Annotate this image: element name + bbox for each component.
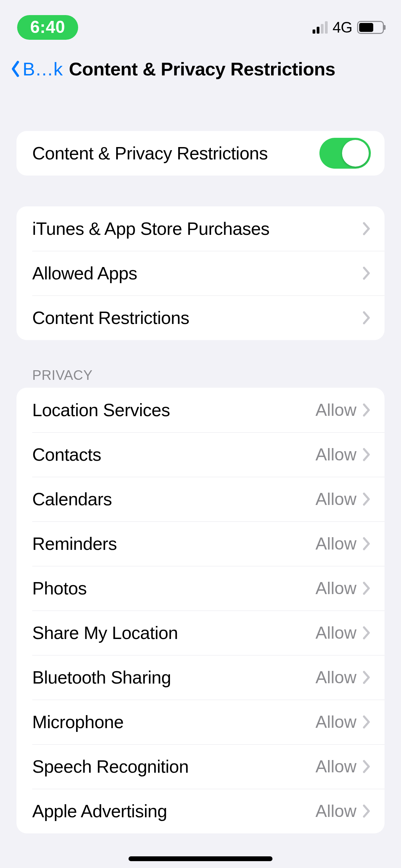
toggle-label: Content & Privacy Restrictions <box>32 143 319 164</box>
row-label: iTunes & App Store Purchases <box>32 218 363 239</box>
location-services-row[interactable]: Location Services Allow <box>16 388 385 432</box>
row-value: Allow <box>316 578 356 598</box>
photos-row[interactable]: Photos Allow <box>16 566 385 611</box>
chevron-right-icon <box>363 403 371 417</box>
content-privacy-toggle-row[interactable]: Content & Privacy Restrictions <box>16 131 385 176</box>
chevron-right-icon <box>363 581 371 595</box>
status-bar: 6:40 4G <box>0 0 401 45</box>
reminders-row[interactable]: Reminders Allow <box>16 521 385 566</box>
home-indicator <box>129 856 272 861</box>
row-value: Allow <box>316 757 356 776</box>
privacy-section-header: PRIVACY <box>32 367 401 383</box>
row-value: Allow <box>316 445 356 465</box>
row-value: Allow <box>316 801 356 821</box>
row-label: Photos <box>32 578 316 599</box>
chevron-right-icon <box>363 626 371 640</box>
restrictions-group: iTunes & App Store Purchases Allowed App… <box>16 206 385 340</box>
row-label: Contacts <box>32 444 316 465</box>
share-my-location-row[interactable]: Share My Location Allow <box>16 611 385 655</box>
back-label: B…k <box>23 58 63 80</box>
row-label: Content Restrictions <box>32 308 363 328</box>
battery-icon <box>357 21 384 34</box>
apple-advertising-row[interactable]: Apple Advertising Allow <box>16 789 385 833</box>
row-value: Allow <box>316 489 356 509</box>
toggle-group: Content & Privacy Restrictions <box>16 131 385 176</box>
row-value: Allow <box>316 667 356 687</box>
chevron-right-icon <box>363 222 371 236</box>
content-restrictions-row[interactable]: Content Restrictions <box>16 296 385 340</box>
row-label: Share My Location <box>32 623 316 643</box>
itunes-appstore-row[interactable]: iTunes & App Store Purchases <box>16 206 385 251</box>
chevron-right-icon <box>363 760 371 773</box>
content-privacy-switch[interactable] <box>319 138 371 169</box>
row-value: Allow <box>316 712 356 732</box>
network-type-label: 4G <box>332 19 352 36</box>
privacy-group: Location Services Allow Contacts Allow C… <box>16 388 385 833</box>
row-label: Location Services <box>32 400 316 420</box>
bluetooth-sharing-row[interactable]: Bluetooth Sharing Allow <box>16 655 385 700</box>
row-label: Microphone <box>32 712 316 732</box>
row-value: Allow <box>316 534 356 554</box>
status-right: 4G <box>313 19 384 36</box>
chevron-right-icon <box>363 715 371 729</box>
row-value: Allow <box>316 400 356 420</box>
row-label: Apple Advertising <box>32 801 316 821</box>
row-label: Speech Recognition <box>32 756 316 777</box>
chevron-left-icon <box>10 60 21 78</box>
chevron-right-icon <box>363 448 371 461</box>
chevron-right-icon <box>363 492 371 506</box>
row-value: Allow <box>316 623 356 643</box>
microphone-row[interactable]: Microphone Allow <box>16 700 385 744</box>
chevron-right-icon <box>363 266 371 280</box>
page-title: Content & Privacy Restrictions <box>69 58 335 80</box>
status-time-pill: 6:40 <box>17 15 78 40</box>
row-label: Bluetooth Sharing <box>32 667 316 688</box>
nav-header: B…k Content & Privacy Restrictions <box>0 45 401 90</box>
calendars-row[interactable]: Calendars Allow <box>16 477 385 521</box>
allowed-apps-row[interactable]: Allowed Apps <box>16 251 385 296</box>
cellular-signal-icon <box>313 21 328 34</box>
contacts-row[interactable]: Contacts Allow <box>16 432 385 477</box>
row-label: Allowed Apps <box>32 263 363 284</box>
back-button[interactable]: B…k <box>10 58 63 80</box>
row-label: Calendars <box>32 489 316 509</box>
chevron-right-icon <box>363 804 371 818</box>
row-label: Reminders <box>32 533 316 554</box>
speech-recognition-row[interactable]: Speech Recognition Allow <box>16 744 385 789</box>
chevron-right-icon <box>363 311 371 325</box>
chevron-right-icon <box>363 671 371 684</box>
chevron-right-icon <box>363 537 371 551</box>
